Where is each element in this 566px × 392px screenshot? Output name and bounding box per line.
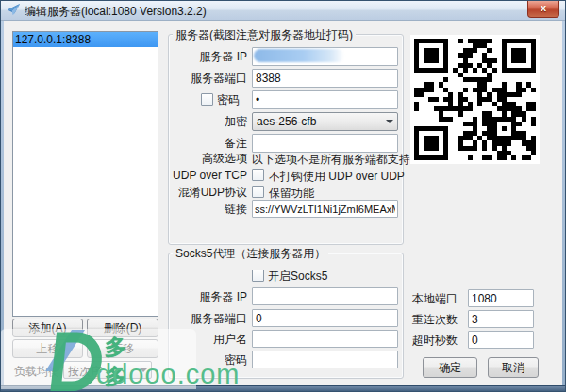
move-up-button[interactable]: 上移 [12,339,83,358]
socks5-ip-label: 服务器 IP [166,290,247,303]
advanced-options-note: 以下选项不是所有服务端都支持 [252,152,410,168]
load-balance-label: 负载均衡 [14,365,59,378]
server-port-input[interactable] [252,69,398,88]
window-bottom-frame [0,385,566,392]
reconnect-label: 重连次数 [412,313,458,326]
server-list-item[interactable]: 127.0.0.1:8388 [13,32,158,47]
titlebar[interactable]: 编辑服务器(local:1080 Version3.2.2) x [0,0,566,21]
udp-over-tcp-note: 不打钩使用 UDP over UDP [269,169,405,185]
reconnect-input[interactable] [468,310,534,328]
remark-label: 备注 [166,137,247,150]
timeout-input[interactable] [468,331,534,349]
chevron-down-icon [140,368,147,372]
udp-over-tcp-label: UDP over TCP [166,169,247,182]
server-group-title: 服务器(截图注意对服务器地址打码) [173,27,356,43]
edit-server-dialog: 编辑服务器(local:1080 Version3.2.2) x 127.0.0… [0,0,566,392]
socks5-group-title: Socks5代理（连接服务器用） [173,246,328,262]
close-button[interactable]: x [527,0,559,18]
local-port-label: 本地端口 [412,292,458,305]
close-icon: x [541,2,546,13]
server-ip-label: 服务器 IP [166,50,247,63]
add-server-button[interactable]: 添加(A) [12,318,83,337]
timeout-label: 超时秒数 [412,334,458,347]
socks5-password-input[interactable] [252,351,398,368]
chevron-down-icon [386,120,393,123]
move-down-button[interactable]: 下移 [87,339,158,358]
obfs-udp-label: 混淆UDP协议 [166,186,247,199]
ok-button[interactable]: 确定 [423,357,477,378]
server-port-label: 服务器端口 [166,72,247,85]
socks5-password-label: 密码 [166,353,247,367]
password-label: 密码 [217,93,247,106]
obfs-udp-checkbox[interactable] [252,186,264,198]
ss-link-input[interactable] [252,200,398,218]
udp-over-tcp-checkbox[interactable] [252,169,264,181]
delete-server-button[interactable]: 删除(D) [87,318,158,337]
window-title: 编辑服务器(local:1080 Version3.2.2) [25,4,207,20]
socks5-ip-input[interactable] [252,287,398,305]
socks5-port-label: 服务器端口 [166,312,247,325]
socks5-username-label: 用户名 [166,333,247,346]
load-balance-value: 按次序 [68,364,134,380]
remark-input[interactable] [252,134,398,153]
socks5-port-input[interactable] [252,309,398,327]
advanced-options-label: 高级选项 [166,152,247,165]
qr-code [410,35,540,164]
load-balance-combo[interactable]: 按次序 [63,361,152,379]
encryption-label: 加密 [166,115,247,128]
local-port-input[interactable] [468,289,534,307]
cancel-button[interactable]: 取消 [488,357,539,378]
encryption-combo[interactable]: aes-256-cfb [252,112,398,131]
link-label: 链接 [166,203,247,216]
encryption-value: aes-256-cfb [257,115,380,128]
enable-socks5-checkbox[interactable] [252,270,264,282]
server-listbox[interactable]: 127.0.0.1:8388 [12,31,158,317]
password-checkbox[interactable] [201,93,213,106]
paper-plane-icon [7,3,21,17]
socks5-username-input[interactable] [252,330,398,348]
password-input[interactable] [252,90,398,109]
server-ip-input[interactable] [252,47,398,66]
enable-socks5-label: 开启Socks5 [268,270,327,283]
